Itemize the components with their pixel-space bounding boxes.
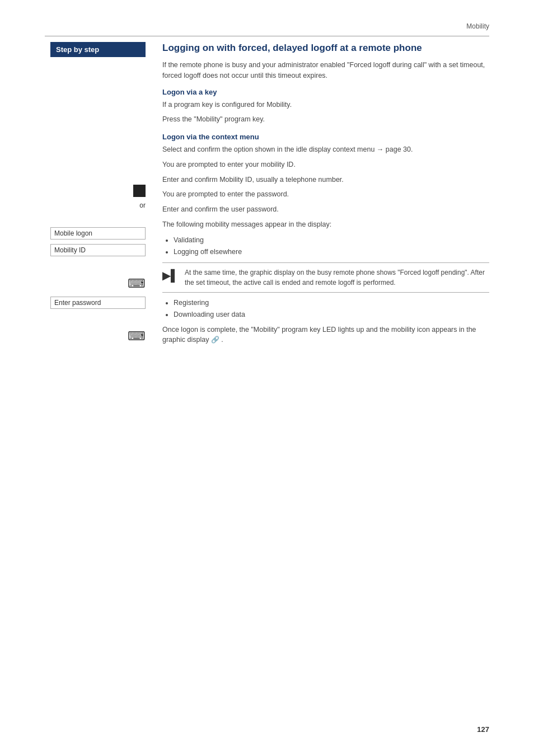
completion-text: Once logon is complete, the "Mobility" p… <box>162 325 489 346</box>
enter-user-password-text: Enter and confirm the user password. <box>162 204 489 215</box>
messages-list: Validating Logging off elsewhere <box>174 234 489 259</box>
enter-mobility-id-text: Enter and confirm Mobility ID, usually a… <box>162 175 489 185</box>
or-label: or <box>139 201 146 209</box>
mobility-key-button <box>133 185 146 197</box>
section-title: Logging on with forced, delayed logoff a… <box>162 42 489 54</box>
after-messages-list: Registering Downloading user data <box>174 297 489 321</box>
press-key-text: Press the "Mobility" program key. <box>162 114 489 125</box>
logon-via-context-heading: Logon via the context menu <box>162 133 489 141</box>
after-message-registering: Registering <box>174 297 489 309</box>
step-by-step-box: Step by step <box>50 42 146 57</box>
keypad-icon-2: ⌨ <box>128 329 146 344</box>
section-label: Mobility <box>466 22 489 30</box>
note-icon: ▶▌ <box>162 267 185 282</box>
note-text: At the same time, the graphic display on… <box>185 267 489 288</box>
after-message-downloading: Downloading user data <box>174 309 489 321</box>
messages-intro: The following mobility messages appear i… <box>162 219 489 230</box>
logon-via-key-text: If a program key is configured for Mobil… <box>162 100 489 110</box>
mobility-id-label: Mobility ID <box>50 244 146 256</box>
logon-via-key-heading: Logon via a key <box>162 88 489 96</box>
enter-password-text: You are prompted to enter the password. <box>162 189 489 200</box>
enter-password-label: Enter password <box>50 297 146 309</box>
page-number: 127 <box>477 725 489 734</box>
keypad-icon-1: ⌨ <box>128 276 146 291</box>
page-header: Mobility <box>0 0 534 36</box>
note-box: ▶▌ At the same time, the graphic display… <box>162 262 489 293</box>
mobile-logon-text: Select and confirm the option shown in t… <box>162 144 489 155</box>
mobility-id-text: You are prompted to enter your mobility … <box>162 159 489 170</box>
right-column: Logging on with forced, delayed logoff a… <box>157 42 489 350</box>
mobile-logon-label: Mobile logon <box>50 227 146 240</box>
message-validating: Validating <box>174 234 489 246</box>
content-area: Step by step or Mobile logon Mobility ID <box>45 42 489 350</box>
left-column: Step by step or Mobile logon Mobility ID <box>45 42 157 350</box>
intro-text: If the remote phone is busy and your adm… <box>162 60 489 81</box>
message-logging-off: Logging off elsewhere <box>174 246 489 258</box>
